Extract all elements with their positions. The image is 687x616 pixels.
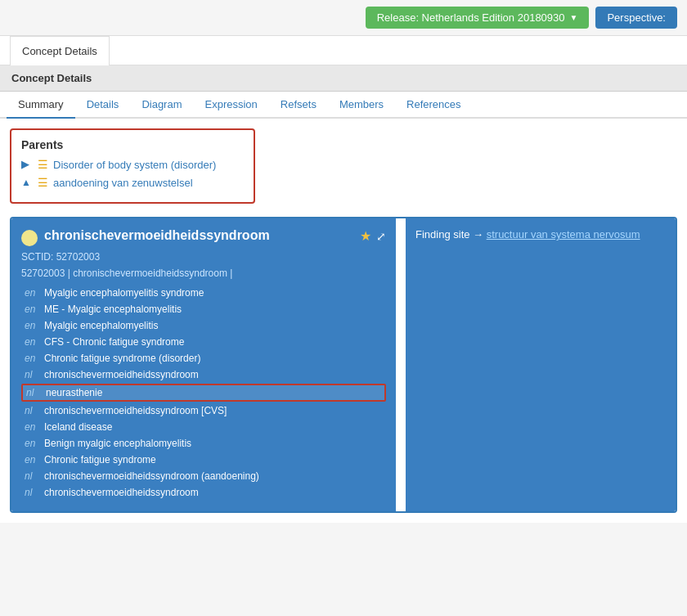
tab-details[interactable]: Details [75,92,131,119]
finding-site-link[interactable]: structuur van systema nervosum [487,228,640,241]
expand-arrow-1[interactable]: ▶ [21,159,33,170]
star-icon[interactable]: ★ [360,228,371,244]
list-icon-2[interactable]: ☰ [38,176,48,189]
synonym-text-6: neurasthenie [46,387,102,398]
section-header-label: Concept Details [11,72,92,84]
synonym-row-5: nl chronischevermoeidheidssyndroom [21,367,386,382]
outer-tabs: Concept Details [0,36,687,65]
concept-actions: ★ ⤢ [360,228,386,244]
lang-code-8: en [25,421,39,433]
lang-code-9: en [25,438,39,449]
tab-summary[interactable]: Summary [7,92,75,119]
lang-code-12: nl [25,487,39,498]
synonyms-list: en Myalgic encephalomyelitis syndrome en… [21,286,386,500]
synonym-row-0: en Myalgic encephalomyelitis syndrome [21,286,386,300]
synonym-text-8: Iceland disease [44,421,112,433]
synonym-row-2: en Myalgic encephalomyelitis [21,318,386,333]
perspective-button[interactable]: Perspective: [595,7,677,29]
synonym-text-3: CFS - Chronic fatigue syndrome [44,336,184,348]
synonym-row-9: en Benign myalgic encephalomyelitis [21,436,386,451]
sctid-row: SCTID: 52702003 [21,251,386,263]
release-button[interactable]: Release: Netherlands Edition 20180930 ▼ [366,7,590,29]
outer-tab-label: Concept Details [22,45,97,57]
synonym-text-0: Myalgic encephalomyelitis syndrome [44,287,204,299]
top-bar: Release: Netherlands Edition 20180930 ▼ … [0,0,687,36]
lang-code-2: en [25,320,39,331]
synonym-row-4: en Chronic fatigue syndrome (disorder) [21,351,386,366]
synonym-text-7: chronischevermoeidheidssyndroom [CVS] [44,405,227,416]
perspective-label: Perspective: [607,11,666,24]
concept-circle-icon [21,230,38,246]
external-link-icon[interactable]: ⤢ [376,230,386,243]
inner-tabs: Summary Details Diagram Expression Refse… [0,92,687,119]
list-icon-1[interactable]: ☰ [38,158,48,171]
parents-box: Parents ▶ ☰ Disorder of body system (dis… [10,128,255,204]
expand-arrow-2[interactable]: ▲ [21,177,33,188]
lang-code-1: en [25,304,39,315]
synonym-text-1: ME - Myalgic encephalomyelitis [44,304,182,315]
section-header: Concept Details [0,65,687,92]
bottom-section: chronischevermoeidheidssyndroom ★ ⤢ SCTI… [10,217,677,513]
synonym-row-7: nl chronischevermoeidheidssyndroom [CVS] [21,403,386,418]
synonym-row-3: en CFS - Chronic fatigue syndrome [21,335,386,349]
synonym-row-8: en Iceland disease [21,420,386,434]
release-label: Release: Netherlands Edition 20180930 [377,11,565,24]
tab-refsets[interactable]: Refsets [269,92,328,119]
synonym-text-12: chronischevermoeidheidssyndroom [44,487,199,498]
lang-code-3: en [25,336,39,348]
outer-tab-concept-details[interactable]: Concept Details [10,36,110,65]
lang-code-0: en [25,287,39,299]
pipe-row: 52702003 | chronischevermoeidheidssyndro… [21,268,386,279]
parents-title: Parents [21,138,244,151]
finding-site-label: Finding site → [415,228,487,241]
lang-code-7: nl [25,405,39,416]
synonym-row-12: nl chronischevermoeidheidssyndroom [21,485,386,500]
tab-references[interactable]: References [395,92,472,119]
synonym-text-9: Benign myalgic encephalomyelitis [44,438,191,449]
sctid-label: SCTID: [21,251,53,263]
concept-card: chronischevermoeidheidssyndroom ★ ⤢ SCTI… [11,218,396,511]
synonym-text-2: Myalgic encephalomyelitis [44,320,158,331]
lang-code-6: nl [26,387,41,398]
main-content: Parents ▶ ☰ Disorder of body system (dis… [0,119,687,523]
sctid-value: 52702003 [56,251,100,263]
tab-diagram[interactable]: Diagram [130,92,193,119]
lang-code-10: en [25,454,39,465]
parent-link-1[interactable]: Disorder of body system (disorder) [53,159,216,171]
synonym-row-10: en Chronic fatigue syndrome [21,452,386,467]
synonym-row-11: nl chronischevermoeidheidssyndroom (aand… [21,469,386,483]
parent-row-2: ▲ ☰ aandoening van zenuwstelsel [21,176,244,189]
synonym-row-6: nl neurasthenie [21,384,386,402]
chevron-down-icon: ▼ [570,13,578,22]
synonym-text-4: Chronic fatigue syndrome (disorder) [44,353,200,364]
synonym-text-11: chronischevermoeidheidssyndroom (aandoen… [44,470,259,482]
synonym-text-5: chronischevermoeidheidssyndroom [44,369,199,380]
tab-members[interactable]: Members [328,92,395,119]
tab-expression[interactable]: Expression [194,92,269,119]
finding-site-text: Finding site → structuur van systema ner… [415,228,640,241]
synonym-text-10: Chronic fatigue syndrome [44,454,156,465]
lang-code-5: nl [25,369,39,380]
lang-code-4: en [25,353,39,364]
parent-link-2[interactable]: aandoening van zenuwstelsel [53,177,193,189]
synonym-row-1: en ME - Myalgic encephalomyelitis [21,302,386,317]
concept-card-header: chronischevermoeidheidssyndroom ★ ⤢ [21,228,386,246]
right-panel: Finding site → structuur van systema ner… [406,218,676,511]
parent-row-1: ▶ ☰ Disorder of body system (disorder) [21,158,244,171]
concept-title: chronischevermoeidheidssyndroom [44,228,353,243]
lang-code-11: nl [25,470,39,482]
